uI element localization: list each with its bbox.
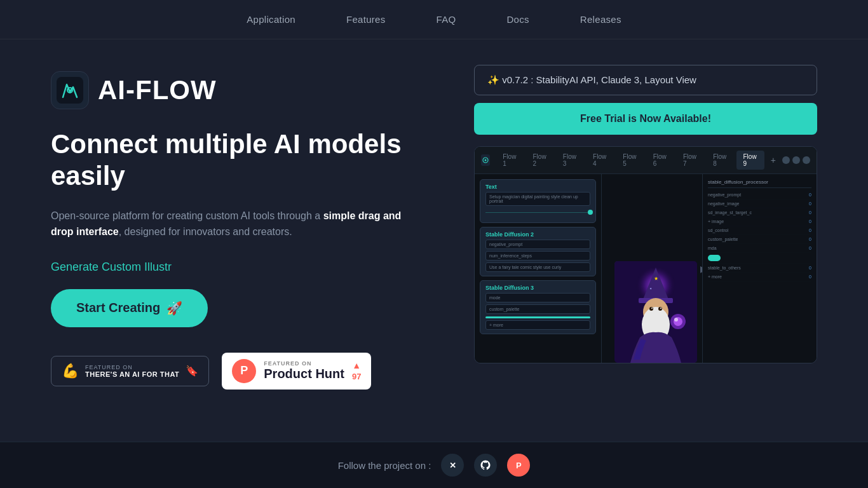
bookmark-icon: 🔖 xyxy=(186,365,198,377)
config-field-2: negative_image0 xyxy=(708,200,811,208)
ph-content: FEATURED ON Product Hunt xyxy=(264,360,344,381)
tab-flow9[interactable]: Flow 9 xyxy=(736,151,764,170)
close-icon xyxy=(803,156,810,164)
tab-flow7[interactable]: Flow 7 xyxy=(677,151,704,170)
nav-faq[interactable]: FAQ xyxy=(437,14,456,25)
github-link[interactable] xyxy=(474,454,497,477)
node-stable-diffusion: Stable Diffusion 2 negative_prompt num_i… xyxy=(480,227,596,276)
svg-point-2 xyxy=(69,90,71,92)
app-canvas: Text Setup magician digital painting sty… xyxy=(475,174,817,363)
taat-badge[interactable]: 💪 FEATURED ON THERE'S AN AI FOR THAT 🔖 xyxy=(51,356,209,386)
svg-point-14 xyxy=(660,308,661,309)
config-field-3: sd_image_st_target_c0 xyxy=(708,208,811,217)
tab-flow6[interactable]: Flow 6 xyxy=(647,151,674,170)
rocket-icon: 🚀 xyxy=(166,301,182,316)
nav-application[interactable]: Application xyxy=(247,14,295,25)
svg-text:★: ★ xyxy=(654,276,658,281)
svg-point-11 xyxy=(649,307,653,311)
maximize-icon xyxy=(792,156,800,164)
connector-dot xyxy=(588,210,593,215)
app-left-nodes: Text Setup magician digital painting sty… xyxy=(475,174,602,363)
follow-text: Follow the project on : xyxy=(338,460,431,471)
minimize-icon xyxy=(782,156,790,164)
toggle-switch[interactable] xyxy=(708,255,721,261)
tab-flow1[interactable]: Flow 1 xyxy=(496,151,524,170)
tab-flow4[interactable]: Flow 4 xyxy=(587,151,614,170)
config-field-9: stable_to_others0 xyxy=(708,264,811,273)
subtext: Open-source platform for creating custom… xyxy=(51,208,407,240)
main-nav: Application Features FAQ Docs Releases xyxy=(0,0,868,39)
logo-row: AI-FLOW xyxy=(51,71,436,109)
window-controls xyxy=(782,156,810,164)
config-field-4: + image0 xyxy=(708,217,811,226)
config-title: stable_diffusion_processor xyxy=(708,179,811,188)
app-tab-bar: Flow 1 Flow 2 Flow 3 Flow 4 Flow 5 Flow … xyxy=(475,147,817,174)
ph-votes: ▲ 97 xyxy=(352,360,361,381)
free-trial-button[interactable]: Free Trial is Now Available! xyxy=(474,103,817,135)
taat-text: FEATURED ON THERE'S AN AI FOR THAT xyxy=(85,364,179,378)
add-tab-button[interactable]: + xyxy=(767,155,780,165)
footer: Follow the project on : ✕ P xyxy=(0,442,868,488)
tab-flow2[interactable]: Flow 2 xyxy=(527,151,554,170)
svg-text:✦: ✦ xyxy=(649,287,652,290)
tab-flow5[interactable]: Flow 5 xyxy=(616,151,644,170)
logo-text: AI-FLOW xyxy=(98,75,217,105)
nav-features[interactable]: Features xyxy=(346,14,386,25)
generate-label: Generate Custom Illustr xyxy=(51,261,436,274)
app-logo-small xyxy=(481,154,490,166)
producthunt-link[interactable]: P xyxy=(507,454,530,477)
tab-flow3[interactable]: Flow 3 xyxy=(557,151,584,170)
node-sd3: Stable Diffusion 3 mode custom_palette +… xyxy=(480,280,596,334)
nav-docs[interactable]: Docs xyxy=(506,14,529,25)
config-field-5: sd_control0 xyxy=(708,226,811,235)
config-field-1: negative_prompt0 xyxy=(708,191,811,200)
ph-logo: P xyxy=(232,359,256,383)
logo-icon xyxy=(51,71,89,109)
node-text: Text Setup magician digital painting sty… xyxy=(480,179,596,223)
app-inner: Flow 1 Flow 2 Flow 3 Flow 4 Flow 5 Flow … xyxy=(475,147,817,363)
expand-arrow: ▶ xyxy=(700,264,702,274)
wizard-preview: ★ ✦ xyxy=(614,261,697,363)
nav-releases[interactable]: Releases xyxy=(580,14,621,25)
taat-icon: 💪 xyxy=(62,363,79,379)
right-panel: ✨ v0.7.2 : StabilityAI API, Claude 3, La… xyxy=(474,65,817,390)
producthunt-badge[interactable]: P FEATURED ON Product Hunt ▲ 97 xyxy=(222,353,371,390)
left-panel: AI-FLOW Connect multiple AI models easil… xyxy=(51,65,436,390)
config-field-7: mda0 xyxy=(708,244,811,253)
config-field-6: custom_palette0 xyxy=(708,235,811,244)
app-screenshot: Flow 1 Flow 2 Flow 3 Flow 4 Flow 5 Flow … xyxy=(474,146,817,363)
headline: Connect multiple AI models easily xyxy=(51,128,432,193)
vote-arrow-icon: ▲ xyxy=(352,360,361,370)
twitter-x-link[interactable]: ✕ xyxy=(441,454,464,477)
app-right-config: stable_diffusion_processor negative_prom… xyxy=(702,174,817,363)
svg-point-4 xyxy=(485,159,487,161)
config-field-8 xyxy=(708,253,811,264)
svg-point-19 xyxy=(674,318,678,322)
start-creating-button[interactable]: Start Creating 🚀 xyxy=(51,289,208,327)
app-center: ★ ✦ ▶ xyxy=(602,174,702,363)
version-badge: ✨ v0.7.2 : StabilityAI API, Claude 3, La… xyxy=(474,65,817,95)
badges-row: 💪 FEATURED ON THERE'S AN AI FOR THAT 🔖 P… xyxy=(51,353,436,390)
tab-flow8[interactable]: Flow 8 xyxy=(707,151,734,170)
config-field-10: + more0 xyxy=(708,273,811,281)
main-content: AI-FLOW Connect multiple AI models easil… xyxy=(0,39,868,390)
svg-point-13 xyxy=(651,308,653,309)
svg-point-12 xyxy=(658,307,662,311)
